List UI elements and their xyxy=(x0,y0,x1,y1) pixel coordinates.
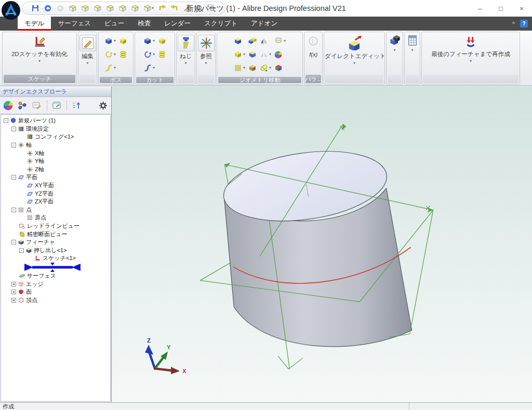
color-wheel-small-icon[interactable] xyxy=(274,50,286,59)
tree-collapse-icon[interactable]: - xyxy=(11,175,16,180)
helix-boss-icon[interactable] xyxy=(118,50,128,59)
tree-item-XY平面[interactable]: XY平面 xyxy=(1,182,110,190)
ねじ-button[interactable]: ねじ▾ xyxy=(177,33,194,65)
solid-block-icon[interactable] xyxy=(248,50,257,59)
view-cube-left-icon[interactable] xyxy=(104,4,116,13)
collapse-ribbon-icon[interactable]: ^ xyxy=(512,21,515,27)
tree-item-コンフィグ<1>[interactable]: コンフィグ<1> xyxy=(1,133,110,141)
view-cube-back-icon[interactable] xyxy=(92,4,103,13)
tree-display-icon[interactable] xyxy=(72,101,82,111)
constraints-icon[interactable] xyxy=(18,101,28,111)
最後のフィーチャまで再作成-button[interactable]: 最後のフィーチャまで再作成▾ xyxy=(422,33,519,63)
view-cube-right-icon[interactable] xyxy=(117,4,128,13)
sweep-boss-icon[interactable]: ▾ xyxy=(104,63,116,73)
duplicate-circles-icon[interactable]: ▾ xyxy=(259,63,272,73)
mirror-feature-icon[interactable] xyxy=(259,36,272,46)
view-cube-top-icon[interactable] xyxy=(129,4,141,13)
undo-icon[interactable] xyxy=(42,4,54,13)
maximize-button[interactable]: □ xyxy=(490,0,511,17)
measure-line-icon[interactable] xyxy=(181,4,193,13)
tree-item-精密断面ビュー[interactable]: 精密断面ビュー xyxy=(1,230,110,238)
pattern-icon[interactable]: ▾ xyxy=(233,63,246,73)
revolve-cut-icon[interactable]: ▾ xyxy=(143,50,155,59)
rotate-right-icon[interactable] xyxy=(169,4,180,13)
revolve-boss-icon[interactable]: ▾ xyxy=(104,50,116,59)
tree-expand-icon[interactable]: + xyxy=(11,282,16,286)
move-feature-icon[interactable] xyxy=(233,36,246,46)
suppress-feature-icon[interactable]: ▾ xyxy=(274,36,286,46)
extrude-boss-icon[interactable]: ▾ xyxy=(104,36,116,46)
tree-collapse-icon[interactable]: - xyxy=(4,118,8,123)
tree-item-平面[interactable]: -平面 xyxy=(1,173,110,182)
tree-item-レッドラインビュー[interactable]: レッドラインビュー xyxy=(1,222,110,230)
tree-item-エッジ[interactable]: +エッジ xyxy=(1,280,110,288)
tree-item-点[interactable]: -点 xyxy=(1,206,110,214)
tree-item-新規パーツ (1)[interactable]: -新規パーツ (1) xyxy=(1,117,110,125)
view-cube-iso-icon[interactable] xyxy=(67,4,78,13)
tab-サーフェス[interactable]: サーフェス xyxy=(51,17,98,31)
annotations-icon[interactable] xyxy=(32,101,42,111)
参照-button[interactable]: 参照▾ xyxy=(197,33,215,65)
tree-item-頂点[interactable]: +頂点 xyxy=(1,296,110,304)
tree-item-Y軸[interactable]: Y軸 xyxy=(1,157,110,166)
tree-item-Z軸[interactable]: Z軸 xyxy=(1,166,110,174)
loft-boss-icon[interactable] xyxy=(118,36,128,46)
tree-item-押し出し<1>[interactable]: -押し出し<1> xyxy=(1,247,110,255)
color-wheel-icon[interactable] xyxy=(3,101,13,111)
boolean-button[interactable]: ▾ xyxy=(387,33,402,52)
zoom-fit-icon[interactable] xyxy=(194,4,205,13)
tree-item-原点[interactable]: 原点 xyxy=(1,214,110,222)
tree-expand-icon[interactable]: + xyxy=(11,290,16,294)
loft-cut-icon[interactable] xyxy=(157,36,167,46)
rotate-left-icon[interactable] xyxy=(156,4,168,13)
tab-スクリプト[interactable]: スクリプト xyxy=(197,17,244,31)
view-orientation-icon[interactable]: ▾ xyxy=(142,4,155,13)
minimize-button[interactable]: – xyxy=(470,0,490,17)
tree-expand-icon[interactable]: + xyxy=(11,298,16,303)
tree-collapse-icon[interactable]: - xyxy=(19,248,24,253)
tab-モデル[interactable]: モデル xyxy=(18,17,51,31)
tab-検査[interactable]: 検査 xyxy=(131,17,157,31)
copy-feature-icon[interactable] xyxy=(248,36,257,46)
texture-icon[interactable] xyxy=(248,63,257,73)
tree-item-X軸[interactable]: X軸 xyxy=(1,149,110,157)
ダイレクトエディット-button[interactable]: ダイレクトエディット▾ xyxy=(325,33,384,65)
redo-icon[interactable] xyxy=(55,4,66,13)
tree-collapse-icon[interactable]: - xyxy=(11,143,16,147)
2Dスケッチを有効化-button[interactable]: 2Dスケッチを有効化▾ xyxy=(3,33,76,63)
tree-item-フィーチャ[interactable]: -フィーチャ xyxy=(1,238,110,247)
tree-item-軸[interactable]: -軸 xyxy=(1,141,110,149)
close-button[interactable]: × xyxy=(511,0,532,17)
tree-collapse-icon[interactable]: - xyxy=(11,240,16,244)
3d-viewport[interactable]: Z Y X xyxy=(112,87,532,402)
mirror-disabled-icon[interactable]: ▾ xyxy=(259,50,272,59)
extrude-cut-icon[interactable]: ▾ xyxy=(143,36,155,46)
app-logo-icon[interactable] xyxy=(1,1,21,20)
save-icon[interactable] xyxy=(30,4,41,13)
rgb-cube-icon[interactable] xyxy=(274,63,286,73)
view-cube-front-icon[interactable] xyxy=(79,4,91,13)
equation-disabled-icon[interactable]: L xyxy=(308,35,319,47)
tab-レンダー[interactable]: レンダー xyxy=(157,17,197,31)
equation-icon[interactable]: f(x) xyxy=(308,49,319,60)
tree-item-ZX平面[interactable]: ZX平面 xyxy=(1,198,110,206)
feature-rollback-bar[interactable] xyxy=(1,263,110,272)
編集-button[interactable]: 編集▾ xyxy=(79,33,96,65)
help-icon[interactable]: ? xyxy=(520,20,528,28)
tree-item-YZ平面[interactable]: YZ平面 xyxy=(1,189,110,198)
tree-item-環境設定[interactable]: -環境設定 xyxy=(1,125,110,133)
preview-window-icon[interactable] xyxy=(52,101,62,111)
tables-button[interactable]: ▾ xyxy=(405,33,419,52)
sweep-cut-icon[interactable]: ▾ xyxy=(143,63,155,73)
tab-アドオン[interactable]: アドオン xyxy=(244,17,284,31)
zoom-window-icon[interactable] xyxy=(206,4,218,13)
tree-item-スケッチ<1>[interactable]: スケッチ<1> xyxy=(1,254,110,263)
tree-collapse-icon[interactable]: - xyxy=(11,127,16,131)
tab-ビュー[interactable]: ビュー xyxy=(98,17,131,31)
tree-item-面[interactable]: +面 xyxy=(1,288,110,296)
tree-collapse-icon[interactable]: - xyxy=(11,208,16,212)
tree-item-サーフェス[interactable]: サーフェス xyxy=(1,272,110,280)
settings-gear-icon[interactable] xyxy=(98,101,108,111)
helix-cut-icon[interactable] xyxy=(157,50,167,59)
scale-feature-icon[interactable]: ▾ xyxy=(233,50,246,59)
